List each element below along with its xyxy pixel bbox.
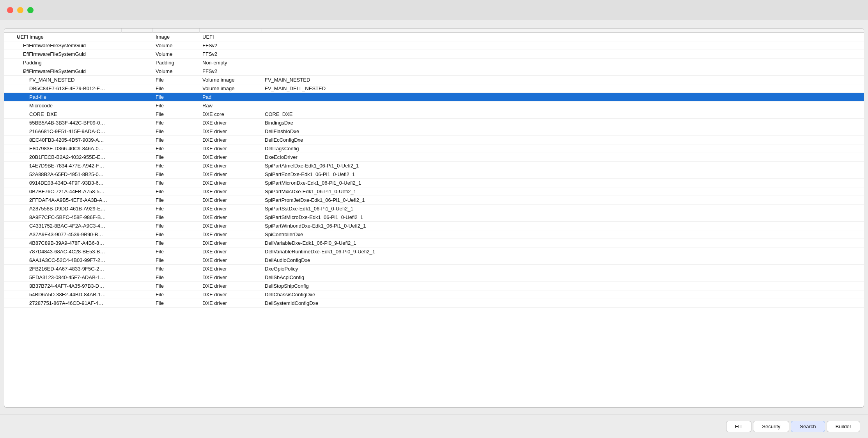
expand-icon[interactable]: › — [7, 78, 29, 82]
cell-subtype: DXE driver — [199, 222, 262, 230]
expand-icon[interactable]: › — [7, 155, 29, 160]
expand-icon[interactable]: › — [7, 284, 29, 288]
row-name-text: FV_MAIN_NESTED — [29, 77, 74, 83]
cell-text: CORE_DXE — [262, 110, 864, 119]
expand-icon[interactable]: › — [7, 198, 29, 203]
col-header-action — [121, 28, 152, 33]
table-row[interactable]: ›2FFDAF4A-A9B5-4EF6-AA3B-A…FileDXE drive… — [4, 196, 864, 205]
table-row[interactable]: ›C4331752-8BAC-4F2A-A9C3-4…FileDXE drive… — [4, 222, 864, 230]
table-row[interactable]: ›E807983E-D366-40C9-846A-0…FileDXE drive… — [4, 144, 864, 153]
expand-icon[interactable]: › — [7, 292, 29, 297]
close-button[interactable] — [7, 7, 13, 13]
cell-subtype: DXE driver — [199, 136, 262, 144]
expand-icon[interactable]: › — [7, 181, 29, 185]
table-row[interactable]: ›MicrocodeFileRaw — [4, 101, 864, 110]
table-row[interactable]: ›EfiFirmwareFileSystemGuidVolumeFFSv2 — [4, 41, 864, 50]
table-row[interactable]: ›216A681C-9E51-415F-9ADA-C…FileDXE drive… — [4, 127, 864, 136]
expand-icon[interactable]: › — [7, 258, 29, 263]
tab-button-search[interactable]: Search — [791, 421, 825, 432]
cell-text — [262, 33, 864, 41]
expand-icon[interactable]: › — [7, 301, 29, 306]
cell-action — [121, 153, 152, 162]
table-row[interactable]: ›4B87C89B-39A9-478F-A4B6-8…FileDXE drive… — [4, 239, 864, 247]
table-row[interactable]: ∨EfiFirmwareFileSystemGuidVolumeFFSv2 — [4, 67, 864, 76]
maximize-button[interactable] — [27, 7, 34, 13]
expand-icon[interactable]: › — [7, 146, 29, 151]
cell-type: File — [152, 119, 199, 127]
cell-subtype: Non-empty — [199, 59, 262, 67]
cell-text — [262, 101, 864, 110]
expand-icon[interactable]: › — [7, 241, 29, 246]
table-row[interactable]: ›52A88B2A-65FD-4951-8B25-0…FileDXE drive… — [4, 170, 864, 179]
cell-action — [121, 256, 152, 265]
expand-icon[interactable]: › — [7, 103, 29, 108]
table-row[interactable]: ›2FB216ED-4A67-4833-9F5C-2…FileDXE drive… — [4, 265, 864, 273]
table-row[interactable]: ›6AA1A3CC-52C4-4B03-99F7-2…FileDXE drive… — [4, 256, 864, 265]
expand-icon[interactable]: › — [7, 121, 29, 125]
table-row[interactable]: ∨UEFI imageImageUEFI — [4, 33, 864, 41]
cell-action — [121, 84, 152, 93]
expand-icon[interactable]: › — [7, 249, 29, 254]
table-row[interactable]: ›0914DE08-434D-4F9F-93B3-6…FileDXE drive… — [4, 179, 864, 187]
table-row[interactable]: ›EfiFirmwareFileSystemGuidVolumeFFSv2 — [4, 50, 864, 59]
table-row[interactable]: CORE_DXEFileDXE coreCORE_DXE — [4, 110, 864, 119]
expand-icon[interactable]: › — [7, 129, 29, 134]
cell-text: DellVariableRuntimeDxe-Edk1_06-Pi0_9-Uef… — [262, 247, 864, 256]
row-name-text: EfiFirmwareFileSystemGuid — [23, 68, 86, 74]
cell-text — [262, 93, 864, 101]
expand-icon[interactable]: › — [7, 215, 29, 220]
table-row[interactable]: ›5EDA3123-0840-45F7-ADAB-1…FileDXE drive… — [4, 273, 864, 282]
cell-subtype: DXE driver — [199, 290, 262, 299]
expand-icon[interactable]: › — [7, 52, 23, 57]
cell-type: File — [152, 213, 199, 222]
row-name-text: 27287751-867A-46CD-91AF-4… — [29, 300, 103, 306]
tab-button-security[interactable]: Security — [753, 421, 789, 432]
table-header-row — [4, 28, 864, 33]
cell-type: File — [152, 127, 199, 136]
expand-icon[interactable]: › — [7, 164, 29, 168]
expand-icon[interactable]: › — [7, 232, 29, 237]
table-row[interactable]: ›0B7BF76C-721A-44FB-A758-5…FileDXE drive… — [4, 187, 864, 196]
expand-icon[interactable]: › — [7, 172, 29, 177]
minimize-button[interactable] — [17, 7, 23, 13]
cell-name: ›54BD6A5D-38F2-44BD-84AB-1… — [4, 290, 121, 299]
table-row[interactable]: ›FV_MAIN_NESTEDFileVolume imageFV_MAIN_N… — [4, 76, 864, 84]
table-row[interactable]: ›A287558B-D9DD-461B-A929-E…FileDXE drive… — [4, 205, 864, 213]
table-row[interactable]: ›A37A9E43-9077-4539-9B90-B…FileDXE drive… — [4, 230, 864, 239]
table-row[interactable]: ›3B37B724-4AF7-4A35-97B3-D…FileDXE drive… — [4, 282, 864, 290]
col-header-type — [152, 28, 199, 33]
tab-button-builder[interactable]: Builder — [827, 421, 860, 432]
cell-action — [121, 265, 152, 273]
expand-icon[interactable]: › — [7, 207, 29, 211]
row-name-text: E807983E-D366-40C9-846A-0… — [29, 146, 104, 151]
table-row[interactable]: ›8A9F7CFC-5BFC-458F-986F-B…FileDXE drive… — [4, 213, 864, 222]
cell-subtype: DXE driver — [199, 239, 262, 247]
expand-icon[interactable]: › — [7, 43, 23, 48]
table-row[interactable]: ›27287751-867A-46CD-91AF-4…FileDXE drive… — [4, 299, 864, 308]
cell-action — [121, 144, 152, 153]
table-row[interactable]: ›DB5C84E7-613F-4E79-B012-E…FileVolume im… — [4, 84, 864, 93]
expand-icon[interactable]: › — [7, 86, 29, 91]
cell-name: ›787D4843-68AC-4C28-BE53-B… — [4, 247, 121, 256]
expand-icon[interactable]: › — [7, 275, 29, 280]
table-row[interactable]: ›54BD6A5D-38F2-44BD-84AB-1…FileDXE drive… — [4, 290, 864, 299]
table-row[interactable]: ›55BB5A4B-3B3F-442C-BF09-0…FileDXE drive… — [4, 119, 864, 127]
table-row[interactable]: PaddingPaddingNon-empty — [4, 59, 864, 67]
table-row[interactable]: ›20B1FECB-B2A2-4032-955E-E…FileDXE drive… — [4, 153, 864, 162]
expand-icon[interactable]: › — [7, 267, 29, 271]
tab-button-fit[interactable]: FIT — [726, 421, 752, 432]
table-row[interactable]: ›14E7D9BE-7834-477E-A942-F…FileDXE drive… — [4, 162, 864, 170]
expand-icon[interactable]: ∨ — [7, 35, 17, 40]
expand-icon[interactable]: › — [7, 189, 29, 194]
cell-text: FV_MAIN_NESTED — [262, 76, 864, 84]
cell-subtype: DXE driver — [199, 256, 262, 265]
expand-icon[interactable]: › — [7, 224, 29, 228]
expand-icon[interactable]: ∨ — [7, 69, 23, 74]
tree-scroll-area[interactable]: ∨UEFI imageImageUEFI›EfiFirmwareFileSyst… — [4, 28, 864, 407]
table-row[interactable]: ›787D4843-68AC-4C28-BE53-B…FileDXE drive… — [4, 247, 864, 256]
cell-action — [121, 162, 152, 170]
table-row[interactable]: ›8EC40FB3-4205-4D57-9039-A…FileDXE drive… — [4, 136, 864, 144]
expand-icon[interactable]: › — [7, 138, 29, 142]
table-row[interactable]: Pad-fileFilePad — [4, 93, 864, 101]
cell-text: DxeEcIoDriver — [262, 153, 864, 162]
